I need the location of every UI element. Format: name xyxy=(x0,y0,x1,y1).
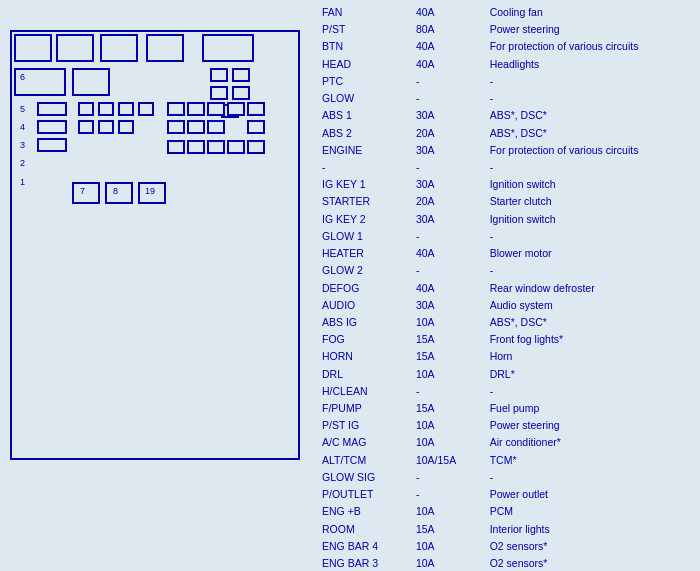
fuse-desc: PCM xyxy=(486,503,696,520)
fuse-name: AUDIO xyxy=(318,297,412,314)
fuse-name: ENG +B xyxy=(318,503,412,520)
fuse-21 xyxy=(187,140,205,154)
fuse-desc: Air conditioner* xyxy=(486,434,696,451)
fuse-amp: 15A xyxy=(412,400,486,417)
fuse-desc: Front fog lights* xyxy=(486,331,696,348)
fuse-desc: Horn xyxy=(486,348,696,365)
fuse-name: HEAD xyxy=(318,56,412,73)
fuse-table-panel: FAN 40A Cooling fan P/ST 80A Power steer… xyxy=(310,0,700,571)
fuse-12 xyxy=(98,102,114,116)
fuse-13 xyxy=(98,120,114,134)
fuse-amp: 20A xyxy=(412,125,486,142)
table-row: ENG BAR 3 10A O2 sensors* xyxy=(318,555,696,571)
table-row: A/C MAG 10A Air conditioner* xyxy=(318,434,696,451)
fuse-amp: 30A xyxy=(412,142,486,159)
fuse-desc: Interior lights xyxy=(486,521,696,538)
table-row: BTN 40A For protection of various circui… xyxy=(318,38,696,55)
fuse-33 xyxy=(247,102,265,116)
fuse-23 xyxy=(187,102,205,116)
label-6: 6 xyxy=(20,72,25,82)
fuse-desc: - xyxy=(486,262,696,279)
table-row: H/CLEAN - - xyxy=(318,383,696,400)
fuse-name: ABS 2 xyxy=(318,125,412,142)
fuse-name: GLOW 1 xyxy=(318,228,412,245)
fuse-30 xyxy=(227,140,245,154)
fuse-desc: ABS*, DSC* xyxy=(486,125,696,142)
fuse-top-1 xyxy=(14,34,52,62)
fuse-left-top xyxy=(37,102,67,116)
table-row: ALT/TCM 10A/15A TCM* xyxy=(318,452,696,469)
fuse-desc: Ignition switch xyxy=(486,176,696,193)
fuse-amp: - xyxy=(412,486,486,503)
fuse-name: STARTER xyxy=(318,193,412,210)
fuse-amp: 15A xyxy=(412,521,486,538)
fuse-amp: 40A xyxy=(412,245,486,262)
fuse-amp: 15A xyxy=(412,348,486,365)
fuse-name: DEFOG xyxy=(318,280,412,297)
fuse-name: FAN xyxy=(318,4,412,21)
table-row: ENGINE 30A For protection of various cir… xyxy=(318,142,696,159)
fuse-desc: Power steering xyxy=(486,21,696,38)
fuse-amp: - xyxy=(412,262,486,279)
fuse-amp: - xyxy=(412,73,486,90)
table-row: ENG BAR 4 10A O2 sensors* xyxy=(318,538,696,555)
fuse-name: PTC xyxy=(318,73,412,90)
fuse-desc: Audio system xyxy=(486,297,696,314)
fuse-24 xyxy=(207,140,225,154)
fuse-amp: - xyxy=(412,228,486,245)
fuse-top-3 xyxy=(100,34,138,62)
table-row: P/ST IG 10A Power steering xyxy=(318,417,696,434)
fuse-desc: O2 sensors* xyxy=(486,538,696,555)
fuse-20 xyxy=(167,140,185,154)
table-row: - - - xyxy=(318,159,696,176)
fuse-amp: - xyxy=(412,469,486,486)
fuse-desc: Ignition switch xyxy=(486,211,696,228)
fuse-top-4 xyxy=(146,34,184,62)
fuse-desc: TCM* xyxy=(486,452,696,469)
fuse-amp: 40A xyxy=(412,280,486,297)
fuse-11 xyxy=(78,120,94,134)
fuse-small-36 xyxy=(232,68,250,82)
fuse-10 xyxy=(78,102,94,116)
label-19: 19 xyxy=(145,186,155,196)
table-row: GLOW - - xyxy=(318,90,696,107)
fuse-name: IG KEY 2 xyxy=(318,211,412,228)
fuse-small-35 xyxy=(232,86,250,100)
fuse-small-29 xyxy=(210,68,228,82)
fuse-desc: Power outlet xyxy=(486,486,696,503)
fuse-name: FOG xyxy=(318,331,412,348)
fuse-desc: - xyxy=(486,228,696,245)
fuse-desc: Cooling fan xyxy=(486,4,696,21)
fuse-desc: - xyxy=(486,159,696,176)
fuse-name: GLOW SIG xyxy=(318,469,412,486)
fuse-name: HORN xyxy=(318,348,412,365)
fuse-amp: 10A xyxy=(412,503,486,520)
fuse-small-28 xyxy=(210,86,228,100)
fuse-17 xyxy=(167,120,185,134)
label-5: 5 xyxy=(20,104,25,114)
fuse-name: P/ST xyxy=(318,21,412,38)
fuse-name: BTN xyxy=(318,38,412,55)
fuse-desc: Rear window defroster xyxy=(486,280,696,297)
fuse-desc: ABS*, DSC* xyxy=(486,314,696,331)
fuse-name: GLOW xyxy=(318,90,412,107)
fuse-desc: For protection of various circuits xyxy=(486,142,696,159)
fuse-amp: - xyxy=(412,159,486,176)
fuse-amp: - xyxy=(412,90,486,107)
fuse-desc: - xyxy=(486,383,696,400)
table-row: HEAD 40A Headlights xyxy=(318,56,696,73)
fuse-32 xyxy=(247,120,265,134)
label-3: 3 xyxy=(20,140,25,150)
fuse-name: ABS 1 xyxy=(318,107,412,124)
fuse-table: FAN 40A Cooling fan P/ST 80A Power steer… xyxy=(318,4,696,571)
fuse-name: ALT/TCM xyxy=(318,452,412,469)
fuse-14 xyxy=(118,102,134,116)
fuse-amp: 40A xyxy=(412,4,486,21)
table-row: AUDIO 30A Audio system xyxy=(318,297,696,314)
table-row: IG KEY 2 30A Ignition switch xyxy=(318,211,696,228)
fuse-26 xyxy=(207,102,225,116)
table-row: GLOW 1 - - xyxy=(318,228,696,245)
table-row: ROOM 15A Interior lights xyxy=(318,521,696,538)
fuse-amp: 10A xyxy=(412,366,486,383)
fuse-amp: 10A xyxy=(412,417,486,434)
